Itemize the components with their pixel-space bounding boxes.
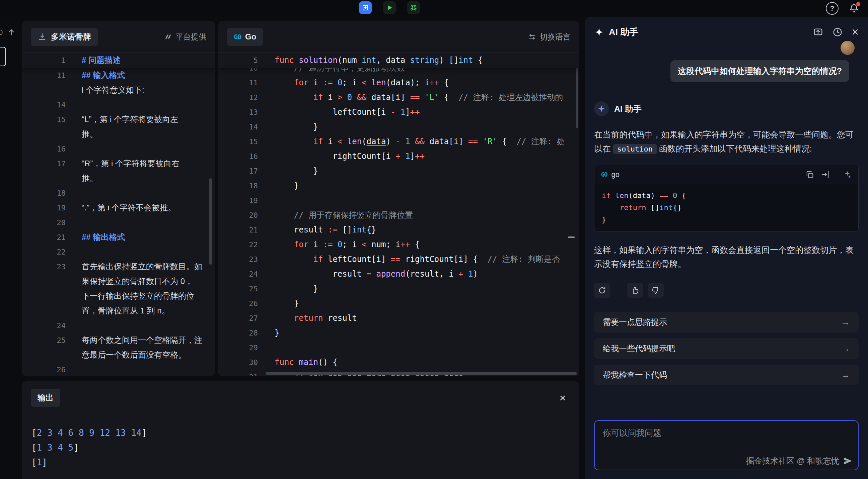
user-avatar-row	[594, 41, 859, 55]
thumbs-down-button[interactable]	[648, 283, 664, 298]
download-icon	[37, 32, 47, 41]
notification-bell-icon[interactable]	[848, 3, 859, 14]
ai-code-line: return []int{}	[602, 202, 851, 214]
inline-code: solution	[613, 144, 657, 154]
problem-panel: 多米诺骨牌 平台提供 1# 问题描述 11## 输入格式i 个字符意义如下:14…	[22, 21, 215, 376]
code-line: 20	[22, 215, 215, 230]
chat-input-container[interactable]: 掘金技术社区 @ 和歌忘忧	[594, 420, 859, 470]
output-panel: 输出 × [2 3 4 6 8 9 12 13 14][1 3 4 5][1]	[22, 381, 579, 479]
topbar-right: ?	[826, 2, 859, 15]
swap-arrows-icon	[528, 32, 536, 41]
output-lines: [2 3 4 6 8 9 12 13 14][1 3 4 5][1]	[22, 425, 579, 470]
language-badge[interactable]: GO Go	[227, 28, 263, 46]
output-line: [1]	[31, 455, 579, 470]
platform-provided: 平台提供	[163, 32, 206, 42]
code-line: 18 }	[218, 178, 579, 193]
thumbs-down-icon	[651, 286, 660, 295]
ai-close-button[interactable]: ×	[851, 26, 859, 38]
topbar: ?	[0, 0, 868, 15]
code-line: 18	[22, 186, 215, 200]
ai-sparkle-icon	[594, 27, 604, 37]
platform-provided-label: 平台提供	[176, 32, 206, 42]
problem-lines: 11## 输入格式i 个字符意义如下:1415“L”，第 i 个字符将要被向左推…	[22, 68, 215, 376]
ai-code-line: if len(data) == 0 {	[602, 190, 851, 202]
suggestion-label: 帮我检查一下代码	[603, 370, 667, 380]
code-line: 19“.”，第 i 个字符不会被推。	[22, 200, 215, 215]
refresh-icon	[598, 286, 607, 295]
code-line: 意最后一个数后面没有空格。	[22, 347, 215, 362]
overview-ruler-mark	[568, 237, 575, 238]
code-line: 30func main() {	[218, 355, 579, 370]
suggestion-button[interactable]: 给我一些代码提示吧→	[594, 338, 859, 359]
extension-button[interactable]	[359, 1, 372, 14]
code-block-header: GO go	[594, 165, 858, 184]
thumbs-up-button[interactable]	[627, 283, 643, 298]
history-icon[interactable]	[832, 27, 843, 37]
suggestion-list: 需要一点思路提示→给我一些代码提示吧→帮我检查一下代码→	[594, 312, 859, 385]
editor-hscrollbar[interactable]	[266, 372, 577, 375]
code-line: 22	[22, 244, 215, 259]
problem-sticky-line: 1# 问题描述	[22, 53, 215, 68]
play-icon	[385, 3, 394, 12]
collapse-up-icon[interactable]	[7, 27, 16, 37]
code-line: 22 for i := 0; i < num; i++ {	[218, 237, 579, 252]
problem-title-badge: 多米诺骨牌	[31, 28, 98, 46]
code-line: 12 if i > 0 && data[i] == 'L' { // 注释: 处…	[218, 90, 579, 105]
code-line: 28}	[218, 326, 579, 340]
thumbs-up-icon	[630, 286, 639, 295]
code-block-actions	[805, 170, 851, 179]
code-line: 26	[22, 362, 215, 376]
topbar-actions	[359, 1, 420, 14]
arrow-right-icon: →	[841, 344, 850, 354]
code-line: 果保持竖立的骨牌数目不为 0，	[22, 274, 215, 289]
code-line: 置，骨牌位置从 1 到 n。	[22, 303, 215, 318]
code-line: 推。	[22, 127, 215, 141]
ai-header-icons: ×	[813, 26, 859, 38]
run-button[interactable]	[383, 1, 396, 14]
code-line: 11## 输入格式	[22, 68, 215, 82]
problem-header: 多米诺骨牌 平台提供	[22, 21, 215, 53]
code-line: i 个字符意义如下:	[22, 82, 215, 97]
output-close-button[interactable]: ×	[559, 392, 566, 403]
magic-icon[interactable]	[842, 170, 851, 179]
collapsed-handle[interactable]	[0, 47, 6, 66]
rail-count: 0	[0, 28, 3, 37]
code-line: 推。	[22, 171, 215, 186]
switch-language-label: 切换语言	[540, 32, 570, 42]
code-line: 17“R”，第 i 个字符将要被向右	[22, 156, 215, 171]
ai-header: AI 助手 ×	[585, 17, 868, 38]
go-logo-icon: GO	[601, 171, 607, 178]
switch-language-button[interactable]: 切换语言	[528, 32, 570, 42]
chat-input[interactable]	[602, 427, 852, 449]
code-line: 15“L”，第 i 个字符将要被向左	[22, 112, 215, 127]
ai-panel-title: AI 助手	[609, 26, 639, 38]
code-line: 25 }	[218, 281, 579, 296]
debug-button[interactable]	[407, 1, 420, 14]
user-avatar	[841, 41, 855, 55]
ai-chat: 这段代码中如何处理输入字符串为空的情况? AI 助手 在当前的代码中，如果输入的…	[585, 41, 868, 479]
language-label: Go	[245, 32, 256, 41]
ai-code-line: }	[602, 214, 851, 226]
share-conversation-icon[interactable]	[813, 27, 824, 37]
regenerate-button[interactable]	[594, 283, 610, 298]
copy-icon[interactable]	[805, 170, 814, 179]
app: ? 0 多米诺骨牌	[0, 0, 868, 479]
send-icon[interactable]	[842, 456, 852, 466]
ai-avatar	[594, 101, 609, 116]
divider	[836, 170, 836, 179]
arrow-right-icon: →	[841, 370, 850, 380]
suggestion-button[interactable]: 需要一点思路提示→	[594, 312, 859, 333]
code-language-label: go	[611, 170, 619, 179]
code-line: 17 }	[218, 164, 579, 178]
problem-title: 多米诺骨牌	[51, 31, 91, 42]
problem-scrollbar[interactable]	[209, 178, 212, 265]
bug-icon	[409, 3, 418, 12]
message-actions	[594, 283, 859, 298]
watermark: 掘金技术社区 @ 和歌忘忧	[746, 455, 839, 466]
suggestion-label: 需要一点思路提示	[603, 317, 667, 328]
code-line: 16 rightCount[i + 1]++	[218, 149, 579, 164]
insert-code-icon[interactable]	[820, 170, 830, 179]
ai-message-header: AI 助手	[594, 101, 859, 116]
help-icon[interactable]: ?	[826, 2, 839, 15]
suggestion-button[interactable]: 帮我检查一下代码→	[594, 365, 859, 385]
